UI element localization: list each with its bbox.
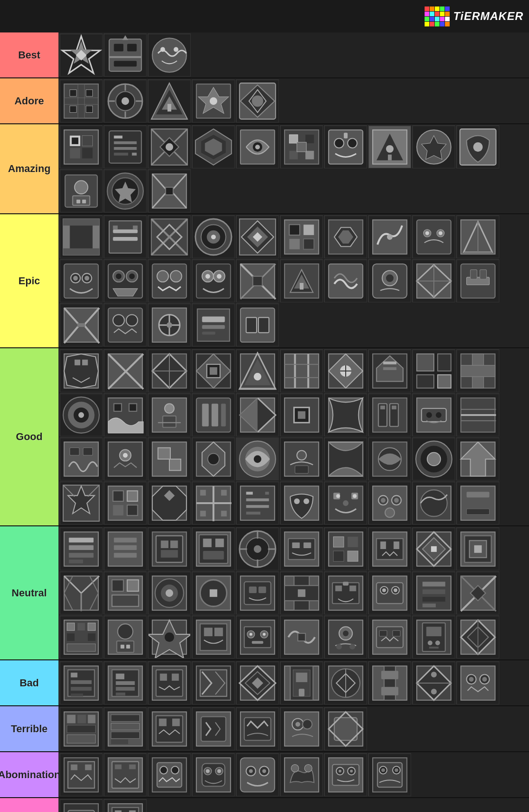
list-item[interactable] (368, 349, 411, 392)
list-item[interactable] (368, 571, 411, 614)
list-item[interactable] (148, 215, 191, 258)
list-item[interactable] (148, 661, 191, 704)
list-item[interactable] (368, 481, 411, 524)
list-item[interactable] (412, 125, 455, 168)
list-item[interactable] (456, 481, 499, 524)
list-item[interactable] (324, 215, 367, 258)
list-item[interactable] (412, 481, 455, 524)
list-item[interactable] (412, 527, 455, 570)
list-item[interactable] (280, 125, 323, 168)
list-item[interactable] (148, 33, 191, 77)
list-item[interactable] (103, 571, 147, 614)
list-item[interactable] (59, 169, 103, 212)
list-item[interactable] (368, 259, 411, 302)
list-item[interactable] (324, 753, 367, 796)
list-item[interactable] (148, 615, 191, 659)
list-item[interactable] (103, 753, 147, 796)
list-item[interactable] (59, 79, 103, 122)
list-item[interactable] (236, 707, 279, 750)
list-item[interactable] (148, 259, 191, 302)
list-item[interactable] (412, 437, 455, 480)
list-item[interactable] (368, 527, 411, 570)
list-item[interactable] (456, 437, 499, 480)
list-item[interactable] (192, 215, 235, 258)
list-item[interactable] (456, 393, 499, 436)
list-item[interactable] (324, 393, 367, 436)
list-item[interactable] (236, 661, 279, 704)
list-item[interactable] (192, 753, 235, 796)
list-item[interactable] (236, 79, 279, 122)
list-item[interactable] (59, 259, 103, 302)
list-item[interactable] (59, 615, 103, 659)
list-item[interactable] (148, 753, 191, 796)
list-item[interactable] (192, 615, 235, 659)
list-item[interactable] (59, 33, 103, 77)
list-item[interactable] (59, 437, 103, 480)
list-item[interactable] (456, 259, 499, 302)
list-item[interactable] (280, 437, 323, 480)
list-item[interactable] (412, 615, 455, 659)
list-item[interactable] (280, 259, 323, 302)
list-item[interactable] (412, 215, 455, 258)
list-item[interactable] (280, 527, 323, 570)
list-item[interactable] (103, 259, 147, 302)
list-item[interactable] (59, 799, 103, 812)
list-item[interactable] (236, 437, 279, 480)
list-item[interactable] (192, 303, 235, 346)
list-item[interactable] (456, 125, 499, 168)
list-item[interactable] (280, 349, 323, 392)
list-item[interactable] (280, 393, 323, 436)
list-item[interactable] (412, 393, 455, 436)
list-item[interactable] (148, 79, 191, 122)
list-item[interactable] (192, 393, 235, 436)
list-item[interactable] (103, 33, 147, 77)
list-item[interactable] (236, 753, 279, 796)
list-item[interactable] (236, 571, 279, 614)
list-item[interactable] (324, 571, 367, 614)
list-item[interactable] (236, 615, 279, 659)
list-item[interactable] (412, 661, 455, 704)
list-item[interactable] (412, 349, 455, 392)
list-item[interactable] (456, 349, 499, 392)
list-item[interactable] (324, 125, 367, 168)
list-item[interactable] (236, 303, 279, 346)
list-item[interactable] (59, 125, 103, 168)
list-item[interactable] (103, 303, 147, 346)
list-item[interactable] (280, 571, 323, 614)
list-item[interactable] (59, 527, 103, 570)
list-item[interactable] (324, 481, 367, 524)
list-item[interactable] (456, 615, 499, 659)
list-item[interactable] (192, 349, 235, 392)
list-item[interactable] (192, 125, 235, 168)
list-item[interactable] (324, 661, 367, 704)
list-item[interactable] (368, 437, 411, 480)
list-item[interactable] (103, 661, 147, 704)
list-item[interactable] (103, 437, 147, 480)
list-item[interactable] (148, 349, 191, 392)
list-item[interactable] (412, 259, 455, 302)
list-item[interactable] (280, 615, 323, 659)
list-item[interactable] (236, 259, 279, 302)
list-item[interactable] (59, 481, 103, 524)
list-item[interactable] (148, 437, 191, 480)
list-item[interactable] (59, 215, 103, 258)
list-item[interactable] (192, 481, 235, 524)
list-item[interactable] (148, 707, 191, 750)
list-item[interactable] (324, 615, 367, 659)
list-item[interactable] (456, 215, 499, 258)
list-item[interactable] (324, 437, 367, 480)
list-item[interactable] (103, 481, 147, 524)
list-item[interactable] (368, 393, 411, 436)
list-item[interactable] (280, 661, 323, 704)
list-item[interactable] (236, 393, 279, 436)
list-item[interactable] (236, 125, 279, 168)
list-item[interactable] (236, 481, 279, 524)
list-item[interactable] (192, 661, 235, 704)
list-item[interactable] (192, 527, 235, 570)
list-item[interactable] (103, 615, 147, 659)
list-item[interactable] (236, 527, 279, 570)
list-item[interactable] (103, 349, 147, 392)
list-item[interactable] (368, 615, 411, 659)
list-item[interactable] (368, 215, 411, 258)
list-item[interactable] (103, 79, 147, 122)
